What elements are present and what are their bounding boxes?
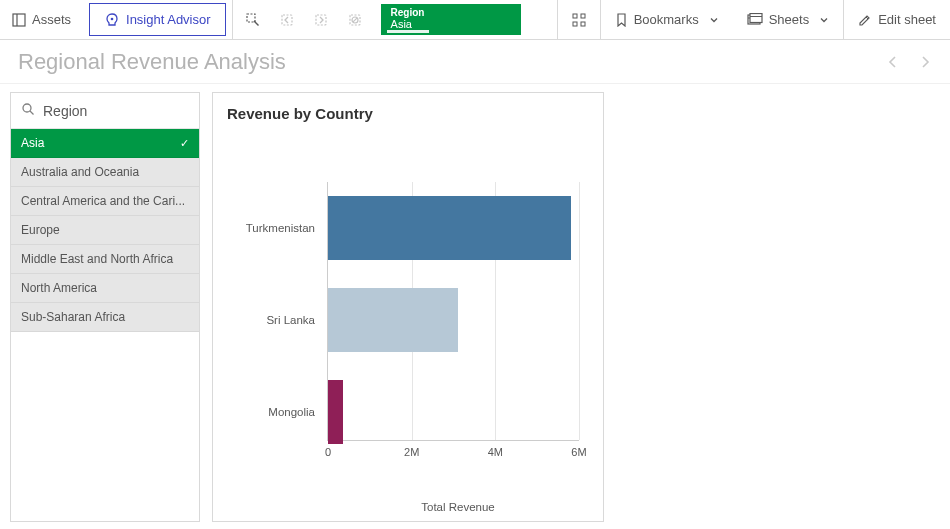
- filter-item[interactable]: North America: [11, 274, 199, 303]
- filter-item[interactable]: Asia: [11, 129, 199, 158]
- smart-search-icon[interactable]: [241, 8, 265, 32]
- svg-rect-10: [573, 14, 577, 18]
- next-sheet-button[interactable]: [918, 49, 932, 75]
- assets-label: Assets: [32, 12, 71, 27]
- prev-sheet-button[interactable]: [886, 49, 900, 75]
- filter-list: AsiaAustralia and OceaniaCentral America…: [11, 129, 199, 332]
- bookmark-icon: [615, 13, 628, 27]
- top-toolbar: Assets Insight Advisor Region As: [0, 0, 950, 40]
- clear-selections-icon: [343, 8, 367, 32]
- bar[interactable]: [328, 196, 571, 260]
- x-axis-label: Total Revenue: [327, 501, 589, 513]
- svg-rect-12: [573, 22, 577, 26]
- category-label: Turkmenistan: [227, 222, 321, 234]
- chart-card[interactable]: Revenue by Country 02M4M6M TurkmenistanS…: [212, 92, 604, 522]
- panel-icon: [12, 13, 26, 27]
- svg-rect-3: [247, 14, 255, 22]
- plot-area: 02M4M6M: [327, 182, 579, 441]
- filter-pane-region: Region AsiaAustralia and OceaniaCentral …: [10, 92, 200, 522]
- insight-advisor-button[interactable]: Insight Advisor: [89, 3, 226, 36]
- bookmarks-label: Bookmarks: [634, 12, 699, 27]
- svg-rect-16: [750, 14, 762, 23]
- chevron-down-icon: [819, 15, 829, 25]
- bar[interactable]: [328, 380, 343, 444]
- chart-body: 02M4M6M TurkmenistanSri LankaMongolia: [227, 134, 589, 495]
- svg-rect-6: [316, 15, 326, 25]
- chevron-down-icon: [709, 15, 719, 25]
- x-tick: 6M: [571, 446, 586, 458]
- insight-icon: [104, 12, 120, 28]
- search-icon: [21, 102, 35, 119]
- gridline: [579, 182, 580, 440]
- sheets-icon: [747, 13, 763, 26]
- svg-rect-13: [581, 22, 585, 26]
- sheets-button[interactable]: Sheets: [733, 0, 843, 39]
- svg-rect-5: [282, 15, 292, 25]
- svg-line-4: [254, 21, 259, 26]
- step-back-icon: [275, 8, 299, 32]
- bar[interactable]: [328, 288, 458, 352]
- sheets-label: Sheets: [769, 12, 809, 27]
- filter-item[interactable]: Central America and the Cari...: [11, 187, 199, 216]
- step-forward-icon: [309, 8, 333, 32]
- filter-item[interactable]: Middle East and North Africa: [11, 245, 199, 274]
- chart-title: Revenue by Country: [227, 105, 589, 122]
- bookmarks-button[interactable]: Bookmarks: [601, 0, 733, 39]
- category-label: Mongolia: [227, 406, 321, 418]
- assets-button[interactable]: Assets: [0, 0, 83, 39]
- svg-point-2: [111, 17, 114, 20]
- selection-pill-indicator: [387, 30, 429, 33]
- selection-pill-value: Asia: [391, 19, 511, 31]
- svg-rect-11: [581, 14, 585, 18]
- edit-sheet-label: Edit sheet: [878, 12, 936, 27]
- svg-rect-0: [13, 14, 25, 26]
- x-tick: 4M: [488, 446, 503, 458]
- filter-item[interactable]: Australia and Oceania: [11, 158, 199, 187]
- filter-item[interactable]: Sub-Saharan Africa: [11, 303, 199, 332]
- x-tick: 0: [325, 446, 331, 458]
- sheet-title-bar: Regional Revenue Analysis: [0, 40, 950, 84]
- category-label: Sri Lanka: [227, 314, 321, 326]
- selections-tool-group: [233, 0, 375, 39]
- page-title: Regional Revenue Analysis: [18, 49, 286, 75]
- grid-icon: [572, 13, 586, 27]
- x-tick: 2M: [404, 446, 419, 458]
- filter-pane-header[interactable]: Region: [11, 93, 199, 129]
- selections-tool-button[interactable]: [558, 0, 600, 39]
- insight-advisor-label: Insight Advisor: [126, 12, 211, 27]
- svg-line-9: [352, 17, 356, 21]
- svg-point-19: [23, 104, 31, 112]
- sheet-workspace: Region AsiaAustralia and OceaniaCentral …: [0, 84, 950, 529]
- edit-sheet-button[interactable]: Edit sheet: [844, 0, 950, 39]
- filter-field-label: Region: [43, 103, 87, 119]
- pencil-icon: [858, 13, 872, 27]
- svg-line-20: [30, 111, 34, 115]
- filter-item[interactable]: Europe: [11, 216, 199, 245]
- selection-pill-region[interactable]: Region Asia: [381, 4, 521, 35]
